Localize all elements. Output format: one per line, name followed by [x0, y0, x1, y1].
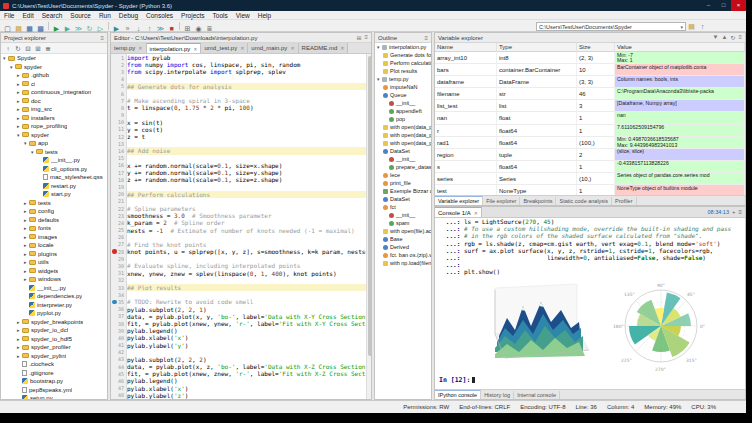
gutter-line[interactable]: 36 [111, 306, 126, 313]
outline-item[interactable]: with open(data_path + output_file_na... [375, 123, 431, 131]
outline-item[interactable]: DataSet [375, 147, 431, 155]
gutter-line[interactable]: 37 [111, 313, 126, 320]
gutter-line[interactable]: 21 [111, 198, 126, 205]
gutter-line[interactable]: 5 [111, 83, 126, 90]
code-line[interactable]: pylab.subplot(2, 2, 2) [127, 356, 366, 363]
outline-item[interactable]: __init__ [375, 155, 431, 163]
refresh-icon[interactable]: ↻ [730, 34, 735, 41]
code-line[interactable]: # Evaluate spline, including interpolate… [127, 262, 366, 269]
minimize-button[interactable]: – [701, 0, 716, 11]
outline-item[interactable]: with np.load(filename) as data: [375, 259, 431, 267]
tree-item[interactable]: ▸installers [1, 114, 107, 123]
tree-item[interactable]: ▸spyder_io_hdf5 [1, 335, 107, 344]
gutter-line[interactable]: 32 [111, 277, 126, 284]
outline-item[interactable]: pop [375, 115, 431, 123]
tree-item[interactable]: ▾spyder [1, 131, 107, 140]
tree-item[interactable]: mac_stylesheet.qss [1, 173, 107, 182]
code-line[interactable] [127, 291, 366, 298]
code-line[interactable]: ## Plot results [127, 284, 366, 291]
outline-item[interactable]: appendleft [375, 107, 431, 115]
code-line[interactable]: xnew, ynew, znew = splev(linspace(0, 1, … [127, 270, 366, 277]
gutter-line[interactable]: 46 [111, 377, 126, 384]
gutter-line[interactable]: 6 [111, 90, 126, 97]
outline-item[interactable]: DataSet [375, 195, 431, 203]
gutter-line[interactable]: 29 [111, 255, 126, 262]
tree-item[interactable]: ▸locale [1, 241, 107, 250]
editor-tab-interpolation.py[interactable]: interpolation.py✕ [147, 43, 202, 53]
tree-item[interactable]: pyplot.py [1, 309, 107, 318]
gutter-line[interactable]: 20 [111, 191, 126, 198]
variable-row[interactable]: rfloat6417.611062509154796 [435, 125, 745, 137]
code-line[interactable] [127, 183, 366, 190]
pane-options-icon[interactable]: ≡ [738, 34, 742, 41]
gutter-line[interactable]: 18 [111, 176, 126, 183]
outline-item[interactable]: prepare_dataset [375, 163, 431, 171]
pane-tab-static-code-analysis[interactable]: Static code analysis [556, 197, 612, 205]
outline-item[interactable]: fct. ban os.(zip).walk.text [375, 251, 431, 259]
variable-row[interactable]: regiontuple2(slice, slice) [435, 149, 745, 161]
bottom-tab-history-log[interactable]: History log [481, 391, 514, 399]
code-line[interactable]: pylab.legend() [127, 327, 366, 334]
filter-icon[interactable]: ≣ [43, 43, 53, 54]
tree-item[interactable]: ▸config [1, 207, 107, 216]
code-line[interactable]: ## Perform calculations [127, 191, 366, 198]
code-line[interactable]: x = sin(t) [127, 119, 366, 126]
column-header-size[interactable]: Size [577, 43, 615, 52]
editor-tab-umd_test.py[interactable]: umd_test.py✕ [201, 43, 248, 53]
variable-row[interactable]: list_testlist3[Dataframe, Numpy array] [435, 100, 745, 112]
gutter-line[interactable]: 27 [111, 241, 126, 248]
gutter-line[interactable]: 17 [111, 169, 126, 176]
tree-item[interactable]: ▸img_src [1, 105, 107, 114]
gutter-line[interactable]: 19 [111, 183, 126, 190]
save-data-icon[interactable]: ▲ [722, 34, 728, 41]
gutter-line[interactable]: 3 [111, 68, 126, 75]
variable-row[interactable]: testNoneType1NoneType object of builtins… [435, 185, 745, 195]
gutter-line[interactable]: 26 [111, 234, 126, 241]
tree-item[interactable]: cli_options.py [1, 165, 107, 174]
column-header-type[interactable]: Type [497, 43, 577, 52]
import-data-icon[interactable]: ▼ [713, 34, 719, 41]
tree-item[interactable]: .ciocheck [1, 360, 107, 369]
outline-item[interactable]: Plot results [375, 67, 431, 75]
pane-options-icon[interactable]: ≡ [738, 209, 742, 215]
gutter-line[interactable]: 38 [111, 320, 126, 327]
gutter-line[interactable]: 47 [111, 385, 126, 392]
tree-item[interactable]: setup.py [1, 394, 107, 399]
code-line[interactable]: knot_points, u = splprep([x, y, z], s=sm… [127, 248, 366, 255]
tree-item[interactable]: ▸defaults [1, 216, 107, 225]
outline-item[interactable]: spam [375, 219, 431, 227]
gutter-line[interactable]: 39 [111, 327, 126, 334]
editor-gutter[interactable]: 1234567891011121314151617181920212223242… [111, 54, 127, 399]
bottom-tab-internal-console[interactable]: Internal console [514, 391, 560, 399]
code-line[interactable] [127, 198, 366, 205]
tree-item[interactable]: ▸windows [1, 275, 107, 284]
close-tab-icon[interactable]: ✕ [474, 210, 478, 216]
gutter-line[interactable]: 10 [111, 119, 126, 126]
pane-options-icon[interactable]: ≡ [364, 34, 368, 41]
close-tab-icon[interactable]: ✕ [240, 45, 244, 51]
gutter-line[interactable]: 28 [111, 248, 126, 255]
editor-tab-umd_main.py[interactable]: umd_main.py✕ [248, 43, 298, 53]
outline-item[interactable]: Generate dots for analysis [375, 51, 431, 59]
tree-item[interactable]: ▸rope_profiling [1, 122, 107, 131]
code-line[interactable] [127, 349, 366, 356]
code-line[interactable]: t = linspace(0, 1.75 * 2 * pi, 100) [127, 104, 366, 111]
gutter-line[interactable]: 45 [111, 370, 126, 377]
variable-row[interactable]: seriesSeries(10,)Series object of pandas… [435, 173, 745, 185]
console-output-area[interactable]: ...: ls = LightSource(270, 45) ...: # To… [435, 218, 745, 388]
code-line[interactable]: from scipy.interpolate import splprep, s… [127, 68, 366, 75]
variable-row[interactable]: barscontainer.BarContainer10BarContainer… [435, 64, 745, 76]
gutter-line[interactable]: 35 [111, 298, 126, 305]
pane-tab-variable-explorer[interactable]: Variable explorer [435, 196, 483, 205]
code-line[interactable]: pylab.ylabel('z') [127, 392, 366, 399]
outline-item[interactable]: ▾interpolation.py [375, 43, 431, 51]
scrollbar-thumb[interactable] [368, 56, 372, 356]
code-line[interactable] [127, 255, 366, 262]
code-line[interactable]: z = t [127, 133, 366, 140]
code-line[interactable]: pylab.xlabel('x') [127, 385, 366, 392]
maximize-button[interactable]: □ [716, 0, 731, 11]
working-directory-combobox[interactable]: C:\Users\TestUser\Documents\Spyder ▾ [536, 22, 686, 31]
tree-item[interactable]: ▾app [1, 139, 107, 148]
gutter-line[interactable]: 14 [111, 147, 126, 154]
close-tab-icon[interactable]: ✕ [340, 45, 344, 51]
